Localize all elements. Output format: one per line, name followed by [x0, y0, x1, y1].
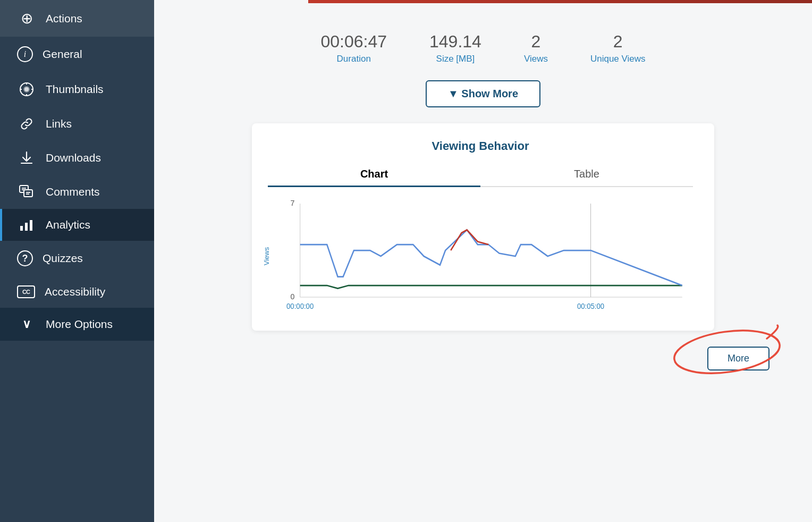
more-button[interactable]: More — [707, 347, 769, 371]
svg-text:0: 0 — [291, 292, 295, 301]
plus-icon: ⊕ — [17, 10, 36, 27]
chevron-down-icon: ∨ — [17, 317, 36, 331]
stat-views-value: 2 — [531, 32, 541, 52]
main-content: 00:06:47 Duration 149.14 Size [MB] 2 Vie… — [154, 0, 812, 522]
stat-unique-views-label: Unique Views — [590, 54, 646, 64]
chart-area: Views 7 0 00:00:00 00:05:00 — [273, 198, 693, 315]
svg-rect-2 — [24, 87, 29, 91]
svg-text:00:00:00: 00:00:00 — [286, 302, 314, 311]
behavior-title: Viewing Behavior — [268, 139, 693, 153]
svg-rect-16 — [25, 223, 28, 231]
stat-size: 149.14 Size [MB] — [429, 32, 481, 64]
sidebar-item-downloads[interactable]: Downloads — [0, 141, 154, 175]
sidebar-item-label: Accessibility — [45, 285, 105, 298]
sidebar-item-accessibility[interactable]: CC Accessibility — [0, 276, 154, 308]
more-btn-container: More — [186, 347, 780, 371]
sidebar-item-quizzes[interactable]: ? Quizzes — [0, 241, 154, 276]
svg-rect-15 — [20, 226, 23, 231]
show-more-container: ▼ Show More — [186, 80, 780, 107]
stat-duration-value: 00:06:47 — [320, 32, 387, 52]
info-icon: i — [17, 46, 33, 62]
sidebar-item-comments[interactable]: Comments — [0, 175, 154, 209]
stat-size-label: Size [MB] — [436, 54, 475, 64]
sidebar-item-label: Quizzes — [43, 252, 83, 265]
top-bar — [308, 0, 812, 3]
stat-views-label: Views — [524, 54, 548, 64]
sidebar-item-links[interactable]: Links — [0, 107, 154, 141]
y-axis-label: Views — [263, 247, 270, 265]
chart-svg: 7 0 00:00:00 00:05:00 — [273, 198, 693, 315]
sidebar-item-label: Links — [46, 117, 72, 130]
svg-text:00:05:00: 00:05:00 — [577, 302, 605, 311]
stat-duration: 00:06:47 Duration — [320, 32, 387, 64]
download-icon — [17, 150, 36, 165]
thumbnails-icon — [17, 81, 36, 97]
svg-text:7: 7 — [291, 199, 295, 208]
quizzes-icon: ? — [17, 250, 33, 266]
stat-unique-views: 2 Unique Views — [590, 32, 646, 64]
svg-rect-17 — [30, 220, 32, 231]
comments-icon — [17, 184, 36, 199]
analytics-icon — [17, 218, 36, 231]
sidebar-item-label: Comments — [46, 186, 100, 198]
show-more-button[interactable]: ▼ Show More — [426, 80, 540, 107]
cc-icon: CC — [17, 285, 35, 298]
sidebar-item-label: Actions — [46, 12, 82, 25]
sidebar-item-label: Analytics — [46, 218, 90, 231]
sidebar-item-label: Downloads — [46, 151, 101, 164]
stat-duration-label: Duration — [337, 54, 371, 64]
sidebar-item-label: More Options — [46, 318, 113, 331]
sidebar-item-label: General — [43, 48, 82, 61]
sidebar-item-general[interactable]: i General — [0, 37, 154, 72]
svg-rect-12 — [24, 190, 32, 197]
behavior-card: Viewing Behavior Chart Table Views 7 0 0… — [252, 123, 714, 331]
sidebar-item-actions[interactable]: ⊕ Actions — [0, 0, 154, 37]
tab-chart[interactable]: Chart — [268, 163, 480, 187]
sidebar-item-analytics[interactable]: Analytics — [0, 209, 154, 241]
sidebar-item-thumbnails[interactable]: Thumbnails — [0, 72, 154, 107]
sidebar: ⊕ Actions i General Thumbnails Li — [0, 0, 154, 522]
stat-size-value: 149.14 — [429, 32, 481, 52]
tabs-container: Chart Table — [268, 163, 693, 187]
stat-views: 2 Views — [524, 32, 548, 64]
tab-table[interactable]: Table — [480, 163, 693, 187]
sidebar-item-label: Thumbnails — [46, 83, 104, 96]
link-icon — [17, 116, 36, 131]
stat-unique-views-value: 2 — [613, 32, 623, 52]
stats-row: 00:06:47 Duration 149.14 Size [MB] 2 Vie… — [186, 32, 780, 64]
sidebar-item-more-options[interactable]: ∨ More Options — [0, 308, 154, 341]
